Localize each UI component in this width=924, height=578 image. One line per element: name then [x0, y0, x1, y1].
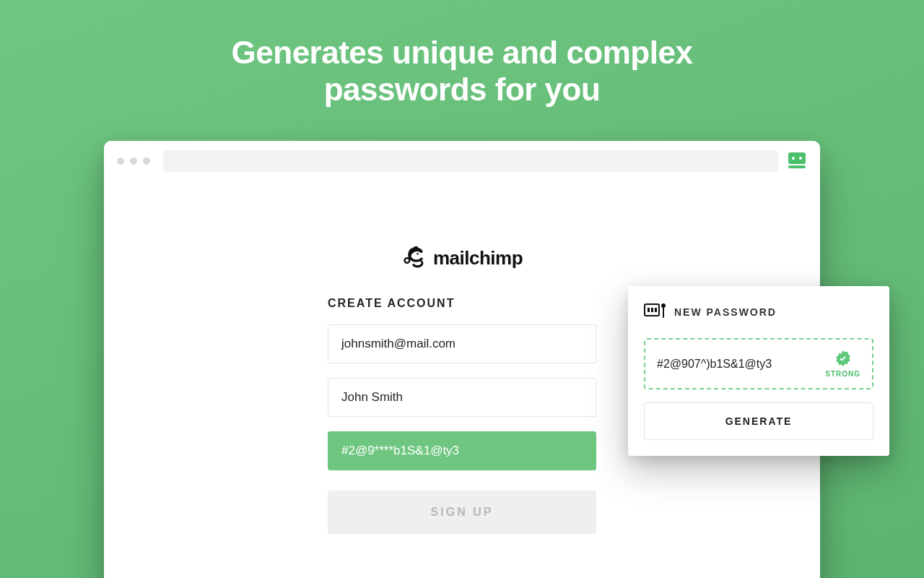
signup-form: CREATE ACCOUNT johnsmith@mail.com John S…	[328, 297, 596, 534]
password-field[interactable]: #2@9****b1S&1@ty3	[328, 431, 596, 470]
headline-line-1: Generates unique and complex	[232, 35, 693, 70]
email-field[interactable]: johnsmith@mail.com	[328, 324, 596, 363]
form-heading: CREATE ACCOUNT	[328, 297, 596, 310]
generated-password-text: #2@907^)b1S&1@ty3	[657, 358, 772, 371]
name-value: John Smith	[341, 390, 403, 405]
password-value: #2@9****b1S&1@ty3	[341, 444, 459, 458]
name-field[interactable]: John Smith	[328, 378, 596, 417]
window-minimize-dot[interactable]	[130, 158, 137, 165]
window-controls	[117, 158, 154, 165]
window-close-dot[interactable]	[117, 158, 124, 165]
address-bar[interactable]	[163, 150, 778, 172]
email-value: johnsmith@mail.com	[341, 337, 456, 351]
generate-button[interactable]: GENERATE	[644, 402, 873, 440]
mailchimp-icon	[401, 245, 427, 271]
brand-name: mailchimp	[433, 247, 523, 269]
brand-logo: mailchimp	[104, 245, 820, 271]
browser-chrome-bar	[104, 141, 820, 181]
verified-badge-icon	[834, 350, 853, 368]
svg-point-0	[417, 253, 418, 255]
password-generator-icon	[644, 302, 664, 322]
strength-label: STRONG	[825, 370, 860, 378]
popup-header: NEW PASSWORD	[644, 302, 873, 322]
strength-indicator: STRONG	[825, 350, 860, 378]
generated-password-box[interactable]: #2@907^)b1S&1@ty3 STRONG	[644, 338, 873, 389]
signup-button[interactable]: SIGN UP	[328, 491, 596, 534]
popup-title: NEW PASSWORD	[674, 306, 777, 318]
window-maximize-dot[interactable]	[143, 158, 150, 165]
headline-line-2: passwords for you	[324, 72, 601, 107]
password-manager-extension-icon[interactable]	[787, 152, 807, 170]
marketing-headline: Generates unique and complex passwords f…	[0, 0, 924, 108]
password-generator-popup: NEW PASSWORD #2@907^)b1S&1@ty3 STRONG GE…	[628, 286, 889, 456]
